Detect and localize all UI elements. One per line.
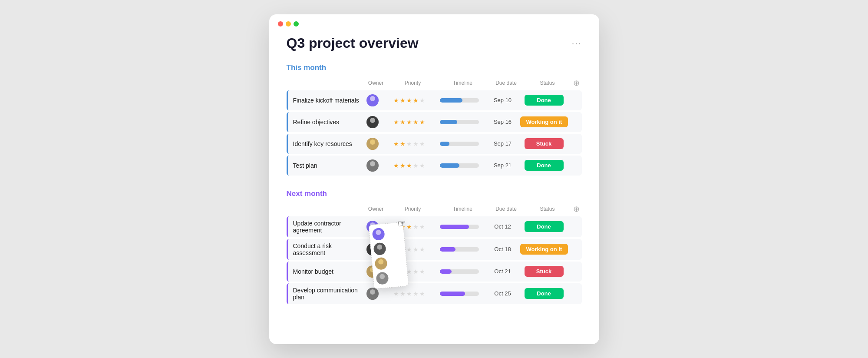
star-empty: ★ [413,162,419,169]
task-name: Finalize kickoff materials [291,97,360,104]
timeline-bar-bg [440,163,479,168]
star-empty: ★ [413,290,419,297]
priority-cell: ★★★★★ [386,290,433,297]
task-name: Monitor budget [291,268,360,275]
timeline-bar-fill [440,120,458,124]
owner-cell [360,138,386,150]
svg-point-17 [374,235,383,241]
add-next-month-button[interactable]: ⊕ [571,204,582,214]
star-empty: ★ [413,268,419,275]
timeline-bar-bg [440,142,479,146]
table-row: Identify key resources ★★★★★ Sep 17 Stuc… [287,134,582,154]
timeline-bar-fill [440,98,462,103]
page-header: Q3 project overview ··· [287,35,582,51]
due-date: Sep 21 [485,162,520,169]
status-cell: Done [520,160,568,171]
task-name: Conduct a risk assessment [291,242,360,256]
next-month-rows: Update contractor agreement ★★★★★ Oct 12… [287,216,582,304]
star-filled: ★ [413,97,419,104]
timeline-bar-fill [440,247,455,252]
star-filled: ★ [413,119,419,126]
task-name: Identify key resources [291,140,360,147]
timeline-bar-bg [440,225,479,229]
star-filled: ★ [406,223,412,230]
star-filled: ★ [406,97,412,104]
next-month-header: Owner Priority Timeline Due date Status … [287,202,582,215]
priority-cell: ★★★★★ [386,97,433,104]
due-date: Sep 16 [485,119,520,125]
duedate-header-1: Due date [489,80,524,86]
star-filled: ★ [400,162,406,169]
close-dot[interactable] [278,21,283,27]
drag-avatar-1 [372,227,385,240]
priority-header-2: Priority [389,206,437,212]
table-row: Finalize kickoff materials ★★★★★ Sep 10 … [287,90,582,110]
star-filled: ★ [393,119,399,126]
svg-point-0 [370,96,375,101]
duedate-header-2: Due date [489,206,524,212]
star-filled: ★ [419,119,425,126]
svg-point-16 [375,229,381,235]
star-empty: ★ [419,223,425,230]
svg-point-5 [369,145,376,150]
timeline-bar-bg [440,292,479,296]
titlebar [269,14,599,27]
svg-point-1 [369,102,376,106]
star-filled: ★ [393,97,399,104]
status-badge: Working on it [520,244,568,255]
status-badge: Stuck [525,138,564,149]
drag-avatar-4 [376,272,389,285]
star-empty: ★ [419,162,425,169]
status-cell: Working on it [520,244,568,255]
status-header-1: Status [524,80,571,86]
avatar [366,94,379,106]
timeline-bar-fill [440,225,469,229]
add-this-month-button[interactable]: ⊕ [571,78,582,88]
star-empty: ★ [413,223,419,230]
svg-point-21 [377,264,385,270]
timeline-bar-bg [440,247,479,252]
minimize-dot[interactable] [286,21,291,27]
star-filled: ★ [400,97,406,104]
this-month-section: This month Owner Priority Timeline Due d… [287,63,582,176]
this-month-title: This month [287,63,582,72]
status-badge: Stuck [525,266,564,277]
star-filled: ★ [393,162,399,169]
table-row: Monitor budget ★★★★★ Oct 21 Stuck [287,262,582,282]
timeline-cell [433,247,485,252]
svg-point-22 [379,273,385,279]
this-month-header: Owner Priority Timeline Due date Status … [287,76,582,90]
timeline-bar-bg [440,98,479,103]
owner-cell [360,94,386,106]
cursor-icon: ☞ [397,218,406,230]
maximize-dot[interactable] [294,21,299,27]
timeline-header-2: Timeline [437,206,489,212]
due-date: Oct 18 [485,246,520,252]
due-date: Oct 25 [485,290,520,297]
star-empty: ★ [419,140,425,147]
star-empty: ★ [419,246,425,253]
more-options-button[interactable]: ··· [572,38,582,48]
timeline-bar-bg [440,269,479,274]
drag-avatar-row-2 [373,241,403,255]
svg-point-18 [376,244,382,250]
svg-point-23 [378,279,386,285]
timeline-bar-fill [440,163,459,168]
next-month-title: Next month [287,189,582,198]
drag-avatar-3 [374,257,387,270]
timeline-cell [433,163,485,168]
task-name: Update contractor agreement [291,220,360,234]
status-badge: Done [525,288,564,299]
owner-cell [360,116,386,128]
priority-cell: ★★★★★ [386,119,433,126]
star-empty: ★ [413,246,419,253]
star-empty: ★ [406,290,412,297]
due-date: Sep 10 [485,97,520,103]
star-empty: ★ [406,246,412,253]
star-filled: ★ [400,140,406,147]
svg-point-4 [370,139,375,145]
status-badge: Done [525,160,564,171]
status-badge: Done [525,221,564,232]
timeline-bar-fill [440,142,450,146]
timeline-header-1: Timeline [437,80,489,86]
